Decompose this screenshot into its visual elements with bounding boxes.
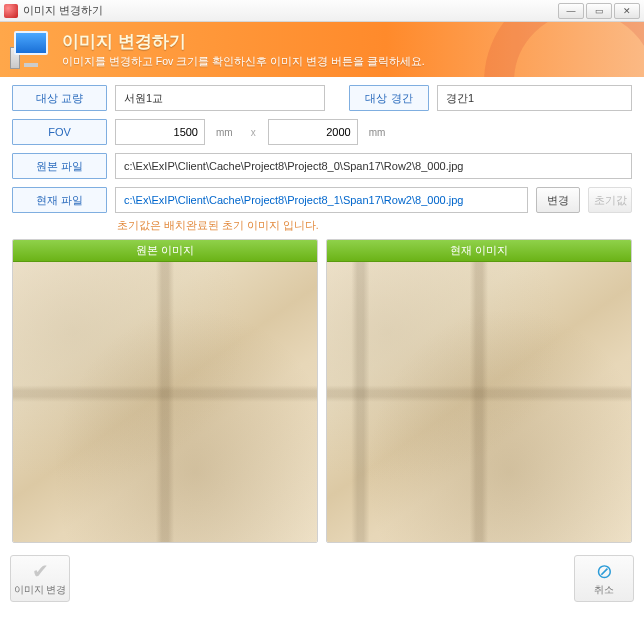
apply-button-label: 이미지 변경 <box>14 583 67 597</box>
current-file-value: c:\Ex\ExIP\Client\Cache\Project8\Project… <box>124 194 463 206</box>
label-original-file: 원본 파일 <box>12 153 107 179</box>
fov-height-value: 2000 <box>326 126 350 138</box>
original-file-field[interactable]: c:\Ex\ExIP\Client\Cache\Project8\Project… <box>115 153 632 179</box>
target-span-value: 경간1 <box>446 91 474 106</box>
check-icon: ✔ <box>32 561 49 581</box>
fov-multiplier: x <box>251 127 256 138</box>
apply-image-change-button[interactable]: ✔ 이미지 변경 <box>10 555 70 602</box>
fov-width-field[interactable]: 1500 <box>115 119 205 145</box>
original-file-value: c:\Ex\ExIP\Client\Cache\Project8\Project… <box>124 160 463 172</box>
current-image-header: 현재 이미지 <box>327 240 631 262</box>
cancel-icon: ⊘ <box>596 561 613 581</box>
label-current-file: 현재 파일 <box>12 187 107 213</box>
target-span-field[interactable]: 경간1 <box>437 85 632 111</box>
original-image-panel: 원본 이미지 <box>12 239 318 543</box>
computer-icon <box>10 29 52 71</box>
fov-width-value: 1500 <box>174 126 198 138</box>
window-titlebar: 이미지 변경하기 ― ▭ ✕ <box>0 0 644 22</box>
fov-width-unit: mm <box>216 127 233 138</box>
fov-height-unit: mm <box>369 127 386 138</box>
label-target-span: 대상 경간 <box>349 85 429 111</box>
current-image-panel: 현재 이미지 <box>326 239 632 543</box>
current-file-field[interactable]: c:\Ex\ExIP\Client\Cache\Project8\Project… <box>115 187 528 213</box>
label-fov: FOV <box>12 119 107 145</box>
change-button[interactable]: 변경 <box>536 187 580 213</box>
target-bridge-value: 서원1교 <box>124 91 163 106</box>
reset-button[interactable]: 초기값 <box>588 187 632 213</box>
cancel-button[interactable]: ⊘ 취소 <box>574 555 634 602</box>
fov-height-field[interactable]: 2000 <box>268 119 358 145</box>
original-image[interactable] <box>13 262 317 542</box>
app-icon <box>4 4 18 18</box>
label-target-bridge: 대상 교량 <box>12 85 107 111</box>
close-button[interactable]: ✕ <box>614 3 640 19</box>
target-bridge-field[interactable]: 서원1교 <box>115 85 325 111</box>
original-image-header: 원본 이미지 <box>13 240 317 262</box>
page-subtitle: 이미지를 변경하고 Fov 크기를 확인하신후 이미지 변경 버튼을 클릭하세요… <box>62 55 425 69</box>
change-button-label: 변경 <box>547 193 569 208</box>
reset-button-label: 초기값 <box>594 193 627 208</box>
minimize-button[interactable]: ― <box>558 3 584 19</box>
header-band: 이미지 변경하기 이미지를 변경하고 Fov 크기를 확인하신후 이미지 변경 … <box>0 22 644 77</box>
window-title: 이미지 변경하기 <box>23 3 103 18</box>
current-image[interactable] <box>327 262 631 542</box>
page-title: 이미지 변경하기 <box>62 30 425 53</box>
maximize-button[interactable]: ▭ <box>586 3 612 19</box>
cancel-button-label: 취소 <box>594 583 614 597</box>
hint-text: 초기값은 배치완료된 초기 이미지 입니다. <box>117 219 632 233</box>
